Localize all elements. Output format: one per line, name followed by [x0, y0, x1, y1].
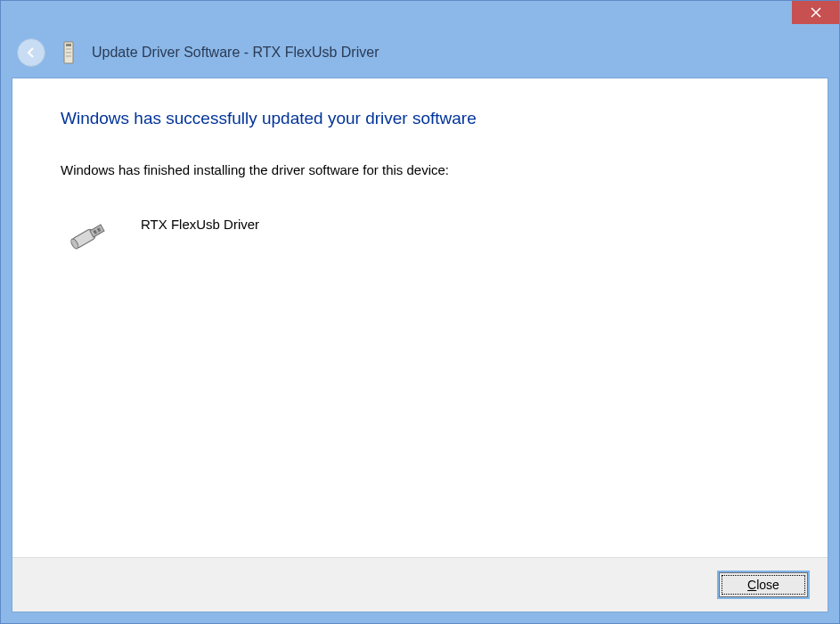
dialog-footer: Close	[12, 557, 828, 612]
close-button-accel: C	[747, 578, 756, 592]
content-inner: Windows has successfully updated your dr…	[12, 78, 828, 557]
device-name: RTX FlexUsb Driver	[141, 217, 259, 232]
svg-rect-6	[66, 55, 71, 57]
content-panel: Windows has successfully updated your dr…	[12, 78, 828, 612]
device-row: RTX FlexUsb Driver	[64, 217, 779, 252]
usb-device-icon	[64, 217, 118, 252]
svg-rect-8	[90, 225, 104, 237]
success-headline: Windows has successfully updated your dr…	[61, 109, 779, 128]
close-button-rest: lose	[756, 578, 779, 592]
svg-rect-3	[66, 44, 71, 46]
wizard-header: Update Driver Software - RTX FlexUsb Dri…	[1, 28, 839, 78]
close-icon	[811, 7, 821, 18]
titlebar	[1, 1, 839, 28]
success-description: Windows has finished installing the driv…	[61, 162, 779, 177]
svg-rect-4	[66, 48, 71, 50]
svg-rect-5	[66, 52, 71, 53]
back-arrow-icon	[24, 45, 38, 60]
back-button[interactable]	[17, 38, 45, 67]
device-manager-icon	[60, 41, 77, 64]
close-button[interactable]: Close	[719, 572, 808, 597]
wizard-title: Update Driver Software - RTX FlexUsb Dri…	[92, 45, 379, 61]
window-close-button[interactable]	[792, 1, 839, 24]
dialog-window: Update Driver Software - RTX FlexUsb Dri…	[0, 0, 840, 624]
